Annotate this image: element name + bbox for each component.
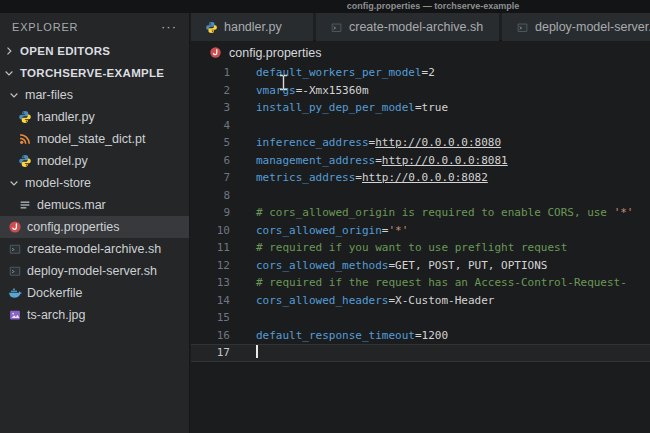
file-tree: mar-fileshandler.pymodel_state_dict.ptmo… <box>0 84 189 326</box>
token-comment: # required if the request has an Access-… <box>256 276 627 289</box>
line-content: default_workers_per_model=2 <box>240 64 650 82</box>
line-number: 13 <box>191 274 240 292</box>
properties-icon <box>208 46 222 60</box>
tab-deploy-model-server-sh[interactable]: deploy-model-server.sh <box>502 13 650 41</box>
code-line-10[interactable]: 10cors_allowed_origin='*' <box>191 222 650 240</box>
token-url: http://0.0.0.0:8082 <box>362 171 488 184</box>
token-val: =1200 <box>415 329 448 342</box>
tab-bar: handler.pycreate-model-archive.shdeploy-… <box>191 13 650 41</box>
token-url: http://0.0.0.0:8081 <box>382 154 508 167</box>
shell-icon <box>8 264 22 278</box>
line-number: 8 <box>191 187 240 205</box>
line-number: 4 <box>191 117 240 135</box>
token-key: cors_allowed_methods <box>256 259 388 272</box>
line-content: default_response_timeout=1200 <box>240 327 650 345</box>
tab-label: create-model-archive.sh <box>349 20 483 34</box>
tree-item-config-properties[interactable]: config.properties <box>0 216 189 238</box>
line-number: 14 <box>191 292 240 310</box>
section-label: OPEN EDITORS <box>20 45 110 57</box>
line-content <box>240 117 650 135</box>
explorer-sidebar: EXPLORER ··· OPEN EDITORS TORCHSERVE-EXA… <box>0 13 190 433</box>
token-val: =2 <box>422 66 435 79</box>
code-line-9[interactable]: 9# cors_allowed_origin is required to en… <box>191 204 650 222</box>
line-number: 17 <box>191 344 240 362</box>
chevron-down-icon <box>8 89 20 101</box>
breadcrumb-file-label: config.properties <box>229 46 321 60</box>
tree-item-model-state-dict-pt[interactable]: model_state_dict.pt <box>0 128 189 150</box>
code-line-14[interactable]: 14cors_allowed_headers=X-Custom-Header <box>191 292 650 310</box>
code-line-4[interactable]: 4 <box>191 117 650 135</box>
token-url: http://0.0.0.0:8080 <box>375 136 501 149</box>
tree-item-label: config.properties <box>27 220 119 234</box>
code-line-2[interactable]: 2vmargs=-Xmx15360m <box>191 82 650 100</box>
shell-icon <box>8 242 22 256</box>
code-line-3[interactable]: 3install_py_dep_per_model=true <box>191 99 650 117</box>
tree-item-handler-py[interactable]: handler.py <box>0 106 189 128</box>
line-content <box>240 344 650 362</box>
token-key: vmargs <box>256 84 296 97</box>
line-content: cors_allowed_origin='*' <box>240 222 650 240</box>
token-key: install_py_dep_per_model <box>256 101 415 114</box>
code-line-17[interactable]: 17 <box>191 344 650 362</box>
more-actions-icon[interactable]: ··· <box>161 22 177 32</box>
line-content: # required if the request has an Access-… <box>240 274 650 292</box>
tab-label: handler.py <box>224 20 282 34</box>
tree-item-deploy-model-server-sh[interactable]: deploy-model-server.sh <box>0 260 189 282</box>
vscode-window: config.properties — torchserve-example E… <box>0 0 650 433</box>
code-line-6[interactable]: 6management_address=http://0.0.0.0:8081 <box>191 152 650 170</box>
tab-handler-py[interactable]: handler.py <box>191 13 313 41</box>
explorer-title: EXPLORER <box>12 21 161 33</box>
code-line-12[interactable]: 12cors_allowed_methods=GET, POST, PUT, O… <box>191 257 650 275</box>
tree-item-ts-arch-jpg[interactable]: ts-arch.jpg <box>0 304 189 326</box>
editor-group: handler.pycreate-model-archive.shdeploy-… <box>191 13 650 433</box>
line-number: 6 <box>191 152 240 170</box>
line-number: 2 <box>191 82 240 100</box>
python-icon <box>18 110 32 124</box>
chevron-down-icon <box>3 67 15 79</box>
tree-item-label: model_state_dict.pt <box>37 132 145 146</box>
tree-item-label: mar-files <box>25 88 73 102</box>
shell-icon <box>329 20 343 34</box>
code-line-5[interactable]: 5inference_address=http://0.0.0.0:8080 <box>191 134 650 152</box>
section-open-editors[interactable]: OPEN EDITORS <box>0 40 189 62</box>
code-line-7[interactable]: 7metrics_address=http://0.0.0.0:8082 <box>191 169 650 187</box>
tab-create-model-archive-sh[interactable]: create-model-archive.sh <box>316 13 499 41</box>
token-val: =-Xmx15360m <box>296 84 369 97</box>
title-bar: config.properties — torchserve-example <box>0 0 650 13</box>
section-workspace[interactable]: TORCHSERVE-EXAMPLE <box>0 62 189 84</box>
tree-item-mar-files[interactable]: mar-files <box>0 84 189 106</box>
code-line-1[interactable]: 1default_workers_per_model=2 <box>191 64 650 82</box>
explorer-header: EXPLORER ··· <box>0 13 189 40</box>
token-key: default_workers_per_model <box>256 66 422 79</box>
code-editor[interactable]: 1default_workers_per_model=22vmargs=-Xmx… <box>191 64 650 433</box>
line-content <box>240 187 650 205</box>
line-content: # cors_allowed_origin is required to ena… <box>240 204 650 222</box>
line-content: cors_allowed_headers=X-Custom-Header <box>240 292 650 310</box>
tree-item-label: demucs.mar <box>37 198 106 212</box>
code-line-8[interactable]: 8 <box>191 187 650 205</box>
token-val: = <box>375 154 382 167</box>
code-line-15[interactable]: 15 <box>191 309 650 327</box>
line-number: 3 <box>191 99 240 117</box>
window-title: config.properties — torchserve-example <box>347 1 520 11</box>
tree-item-model-store[interactable]: model-store <box>0 172 189 194</box>
chevron-right-icon <box>3 45 15 57</box>
tree-item-demucs-mar[interactable]: demucs.mar <box>0 194 189 216</box>
line-content: inference_address=http://0.0.0.0:8080 <box>240 134 650 152</box>
code-line-11[interactable]: 11# required if you want to use prefligh… <box>191 239 650 257</box>
tree-item-model-py[interactable]: model.py <box>0 150 189 172</box>
token-comment: # required if you want to use preflight … <box>256 241 567 254</box>
code-line-16[interactable]: 16default_response_timeout=1200 <box>191 327 650 345</box>
token-val: =GET, POST, PUT, OPTIONS <box>388 259 547 272</box>
token-key: default_response_timeout <box>256 329 415 342</box>
tree-item-create-model-archive-sh[interactable]: create-model-archive.sh <box>0 238 189 260</box>
breadcrumb[interactable]: config.properties <box>191 41 650 64</box>
tree-item-label: model.py <box>37 154 88 168</box>
tree-item-dockerfile[interactable]: Dockerfile <box>0 282 189 304</box>
archive-list-icon <box>18 198 32 212</box>
line-content: # required if you want to use preflight … <box>240 239 650 257</box>
tree-item-label: ts-arch.jpg <box>27 308 85 322</box>
tree-item-label: handler.py <box>37 110 95 124</box>
python-icon <box>204 20 218 34</box>
code-line-13[interactable]: 13# required if the request has an Acces… <box>191 274 650 292</box>
